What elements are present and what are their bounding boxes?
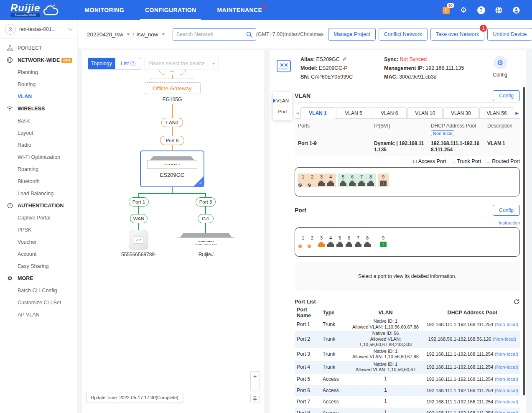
port1-node: Port 1 — [129, 197, 149, 206]
sidebar-item-customize-cli-set[interactable]: Customize CLI Set — [0, 296, 77, 308]
sidebar-item-basic[interactable]: Basic — [0, 115, 77, 127]
sidebar-item-routing[interactable]: Routing — [0, 78, 77, 90]
port-4[interactable]: 4 — [326, 175, 335, 186]
tab-vlan-30[interactable]: VLAN 30 — [443, 107, 479, 118]
sidebar-item-ap-vlan[interactable]: AP VLAN — [0, 308, 77, 321]
sidebar-item-wireless[interactable]: WIRELESS — [0, 102, 77, 115]
notification-icon[interactable]: ! 50 — [442, 6, 450, 14]
tab-vlan-10[interactable]: VLAN 10 — [407, 107, 443, 118]
port-type-cell: Access — [321, 410, 346, 413]
port-5[interactable]: 5 — [336, 236, 344, 247]
zoom-in-button[interactable]: + — [251, 372, 259, 381]
sidebar-item-voucher[interactable]: Voucher — [0, 236, 77, 248]
port-9[interactable]: 9↑ — [379, 236, 387, 247]
refresh-icon[interactable] — [513, 298, 520, 305]
tabs-prev-arrow[interactable]: ◀ — [295, 107, 300, 118]
nav-configuration[interactable]: CONFIGURATION — [145, 0, 196, 20]
manage-project-button[interactable]: Manage Project — [328, 28, 376, 41]
search-input[interactable] — [176, 31, 244, 37]
port-3[interactable]: 3 — [317, 175, 326, 186]
sidebar-item-batch-cli-config[interactable]: Batch CLI Config — [0, 284, 77, 296]
account-selector[interactable]: ren-testas-001... — [0, 20, 77, 38]
sidebar-item-label: Layout — [18, 130, 33, 136]
sidebar-item-roaming[interactable]: Roaming — [0, 163, 77, 175]
port-9[interactable]: 9↑ — [379, 175, 387, 186]
port-6[interactable]: 6 — [348, 175, 356, 186]
sidebar-item-vlan[interactable]: VLAN — [0, 90, 77, 102]
sidebar-item-account[interactable]: Account — [0, 248, 77, 260]
tab-vlan-1[interactable]: VLAN 1 — [300, 107, 336, 118]
nonlocal-link[interactable]: (Non-local) — [495, 410, 518, 413]
selected-switch-node[interactable]: •••••••• • ES209GC ✓ — [140, 150, 204, 187]
sidebar-item-bluetooth[interactable]: Bluetooth — [0, 175, 77, 187]
sidebar-item-authentication[interactable]: AUTHENTICATION — [0, 199, 77, 212]
take-over-network-button[interactable]: Take over Network1 — [430, 28, 485, 41]
help-icon[interactable]: ? — [477, 6, 485, 14]
tab-vlan-56[interactable]: VLAN 56 — [479, 107, 514, 118]
sidebar-item-network-wide[interactable]: NETWORK-WIDE beta — [0, 54, 77, 66]
device-config-button[interactable]: ⚙ Config — [493, 56, 507, 78]
sidebar-item-captive-portal[interactable]: Captive Portal — [0, 212, 77, 224]
vlan-config-button[interactable]: Config — [493, 90, 520, 101]
tab-vlan-5[interactable]: VLAN 5 — [336, 107, 371, 118]
sidebar-item-layout[interactable]: Layout — [0, 127, 77, 139]
instruction-link[interactable]: Instruction — [499, 220, 520, 225]
globe-icon[interactable] — [494, 6, 503, 14]
nav-maintenance[interactable]: MAINTENANCE — [217, 0, 262, 20]
nonlocal-link[interactable]: (Non-local) — [495, 377, 518, 382]
edit-alias-icon[interactable]: ✎ — [342, 55, 346, 64]
ap-device-node[interactable]: AP — [129, 230, 148, 250]
nonlocal-link[interactable]: (Non-local) — [495, 365, 518, 370]
port-5[interactable]: 5 — [339, 175, 347, 186]
network-selector[interactable]: lsw_now — [137, 31, 158, 38]
port-1[interactable]: 1 — [299, 175, 307, 186]
sidebar-item-ppsk[interactable]: PPSK — [0, 224, 77, 236]
unbind-device-button[interactable]: Unbind Device — [487, 28, 532, 41]
sidebar-item-more[interactable]: ⚙ MORE — [0, 272, 77, 284]
topology-tab[interactable]: Topology — [88, 58, 115, 69]
port-config-button[interactable]: Config — [493, 205, 520, 216]
user-icon[interactable] — [512, 6, 520, 14]
nonlocal-link[interactable]: (Non-local) — [493, 337, 516, 342]
search-icon[interactable] — [246, 31, 252, 38]
sidebar-item-planning[interactable]: Planning — [0, 66, 77, 78]
sidebar-item-easy-sharing[interactable]: Easy Sharing — [0, 260, 77, 272]
sidebar-item-wifi-optimization[interactable]: Wi-Fi Optimization — [0, 151, 77, 163]
port-8[interactable]: 8 — [367, 175, 375, 186]
tab-vlan-6[interactable]: VLAN 6 — [372, 107, 407, 118]
port-7[interactable]: 7 — [354, 236, 362, 247]
panel-scrollbar[interactable] — [523, 87, 525, 395]
sidebar-item-porject[interactable]: PORJECT — [0, 42, 77, 54]
gateway-node[interactable]: Offline-Gateway — [144, 82, 201, 94]
nonlocal-link[interactable]: (Non-local) — [495, 399, 518, 404]
port-1[interactable]: 1 — [299, 236, 307, 247]
nonlocal-badge[interactable]: Non-local — [431, 130, 454, 136]
switch2-device-node[interactable]: •••••• •••••• •••••• •••••• •••• — [177, 233, 235, 248]
gear-icon[interactable]: ⚙ — [459, 6, 468, 14]
port-7[interactable]: 7 — [357, 175, 366, 186]
jump-tab-vlan[interactable]: VLAN — [273, 95, 292, 106]
pin-button[interactable] — [250, 394, 260, 403]
sidebar-item-radio[interactable]: Radio — [0, 139, 77, 151]
port-2[interactable]: 2 — [308, 175, 316, 186]
nonlocal-link[interactable]: (Non-local) — [495, 352, 518, 357]
port-4[interactable]: 4 — [326, 236, 335, 247]
alias-label: Alias: — [300, 56, 315, 62]
project-selector[interactable]: 20220420_lsw — [87, 31, 123, 38]
list-tab[interactable]: List? — [115, 58, 141, 69]
tabs-next-arrow[interactable]: ▶ — [514, 107, 520, 118]
conflict-network-button[interactable]: Conflict Network — [379, 28, 428, 41]
zoom-out-button[interactable]: − — [251, 381, 259, 390]
port-3[interactable]: 3 — [317, 236, 326, 247]
device-select[interactable]: Please select the device — [145, 58, 219, 69]
port-6[interactable]: 6 — [345, 236, 353, 247]
port-8[interactable]: 8 — [363, 236, 372, 247]
nonlocal-link[interactable]: (Non-local) — [495, 388, 518, 393]
rj45-port-icon — [346, 242, 352, 247]
jump-tab-port[interactable]: Port — [273, 106, 292, 117]
wan-label: WAN — [133, 216, 144, 221]
port-2[interactable]: 2 — [308, 236, 316, 247]
sidebar-item-load-balancing[interactable]: Load Balancing — [0, 187, 77, 199]
nav-monitoring[interactable]: MONITORING — [84, 0, 124, 20]
nonlocal-link[interactable]: (Non-local) — [495, 322, 518, 327]
